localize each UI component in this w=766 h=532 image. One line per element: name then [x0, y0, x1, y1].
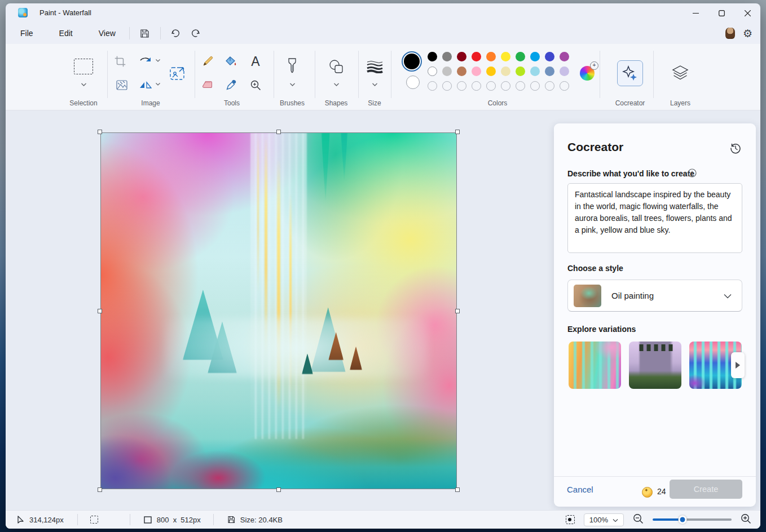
color-picker-tool[interactable] — [226, 80, 237, 91]
color-swatch-empty[interactable] — [442, 81, 452, 91]
resize-image-button[interactable] — [170, 66, 186, 81]
color-swatch-empty[interactable] — [560, 81, 569, 91]
next-variations-button[interactable] — [731, 352, 745, 378]
color-swatch[interactable] — [428, 52, 437, 61]
color-swatch[interactable] — [457, 66, 466, 76]
color-swatch[interactable] — [486, 66, 496, 76]
color-swatch[interactable] — [545, 66, 554, 76]
color-swatch[interactable] — [472, 52, 481, 61]
selection-handle-bottom-left[interactable] — [98, 487, 102, 492]
flip-button[interactable] — [139, 81, 152, 90]
flip-dropdown-chevron[interactable] — [156, 83, 161, 88]
maximize-button[interactable] — [708, 3, 734, 23]
foreground-color-selected[interactable] — [403, 52, 421, 70]
color-swatch-empty[interactable] — [486, 81, 496, 91]
color-swatch[interactable] — [501, 66, 510, 76]
file-size-value: Size: 20.4KB — [240, 516, 283, 524]
redo-icon — [190, 29, 200, 38]
color-swatch[interactable] — [516, 52, 525, 61]
magnifier-icon — [250, 80, 261, 91]
color-swatch[interactable] — [457, 52, 466, 61]
color-swatch-empty[interactable] — [428, 81, 437, 91]
color-swatch[interactable] — [530, 66, 540, 76]
layers-button[interactable] — [672, 65, 689, 81]
selection-handle-top-left[interactable] — [98, 130, 102, 134]
user-avatar[interactable] — [725, 28, 735, 39]
fit-to-screen-button[interactable] — [566, 515, 575, 524]
style-thumbnail — [574, 285, 601, 307]
selection-dropdown-chevron[interactable] — [81, 83, 86, 88]
color-swatch[interactable] — [516, 66, 525, 76]
brushes-dropdown-chevron[interactable] — [290, 83, 295, 88]
save-button[interactable] — [135, 25, 155, 42]
color-swatch[interactable] — [472, 66, 481, 76]
aurora-spike — [322, 133, 330, 203]
canvas-selection[interactable] — [100, 132, 457, 489]
color-swatch-empty[interactable] — [457, 81, 466, 91]
selection-handle-mid-right[interactable] — [455, 309, 460, 313]
background-color-selected[interactable] — [406, 76, 420, 89]
color-swatch[interactable] — [486, 52, 496, 61]
crop-button[interactable] — [115, 56, 126, 67]
selection-tool[interactable] — [74, 59, 93, 74]
size-dropdown-chevron[interactable] — [372, 83, 377, 88]
close-button[interactable] — [734, 3, 760, 23]
rotate-button[interactable] — [139, 57, 152, 66]
color-swatch[interactable] — [442, 66, 452, 76]
color-swatch[interactable] — [530, 52, 540, 61]
selection-handle-top-right[interactable] — [455, 130, 460, 134]
color-swatch[interactable] — [501, 52, 510, 61]
cocreator-button[interactable] — [617, 60, 643, 86]
remove-background-button[interactable] — [116, 80, 127, 90]
color-swatch-empty[interactable] — [472, 81, 481, 91]
fill-tool[interactable] — [225, 56, 237, 67]
color-swatch[interactable] — [560, 66, 569, 76]
variation-thumbnail-1[interactable] — [569, 342, 621, 389]
prompt-textarea[interactable] — [567, 183, 742, 253]
color-swatch-empty[interactable] — [501, 81, 510, 91]
create-button[interactable]: Create — [670, 480, 742, 499]
undo-button[interactable] — [166, 25, 186, 42]
menu-file[interactable]: File — [12, 25, 41, 41]
style-dropdown[interactable]: Oil painting — [567, 280, 742, 312]
zoom-out-button[interactable] — [633, 513, 644, 526]
size-button[interactable] — [366, 60, 383, 73]
color-swatch[interactable] — [545, 52, 554, 61]
brushes-button[interactable] — [288, 58, 297, 75]
selection-handle-bottom-right[interactable] — [455, 487, 460, 492]
magnifier-tool[interactable] — [250, 80, 261, 91]
color-swatch[interactable] — [560, 52, 569, 61]
color-swatch-empty[interactable] — [545, 81, 554, 91]
info-icon[interactable] — [688, 169, 697, 180]
shapes-dropdown-chevron[interactable] — [334, 83, 339, 88]
history-button[interactable] — [730, 143, 741, 156]
pencil-tool[interactable] — [202, 56, 213, 67]
redo-button[interactable] — [186, 25, 205, 42]
selection-handle-top-center[interactable] — [276, 130, 281, 134]
variation-thumbnail-2[interactable] — [629, 342, 681, 389]
rotate-dropdown-chevron[interactable] — [156, 59, 161, 64]
color-swatch-empty[interactable] — [530, 81, 540, 91]
edit-colors-button[interactable] — [580, 66, 595, 81]
zoom-slider[interactable] — [653, 518, 732, 521]
zoom-in-button[interactable] — [741, 513, 751, 526]
selection-handle-mid-left[interactable] — [98, 309, 102, 313]
color-swatch-empty[interactable] — [516, 81, 525, 91]
color-swatch[interactable] — [428, 66, 437, 76]
selection-handle-bottom-center[interactable] — [276, 487, 281, 492]
zoom-level-dropdown[interactable]: 100% — [584, 513, 624, 526]
eraser-tool[interactable] — [202, 81, 214, 90]
menu-edit[interactable]: Edit — [51, 25, 81, 41]
menu-view[interactable]: View — [91, 25, 124, 41]
zoom-slider-thumb[interactable] — [679, 516, 687, 524]
cancel-button[interactable]: Cancel — [567, 485, 593, 494]
divider — [213, 514, 214, 525]
canvas-image[interactable] — [100, 132, 457, 489]
group-label-tools: Tools — [198, 99, 266, 107]
shapes-button[interactable] — [328, 59, 344, 74]
minimize-button[interactable] — [683, 3, 708, 23]
color-swatch[interactable] — [442, 52, 452, 61]
cursor-position-value: 314,124px — [29, 516, 64, 524]
settings-gear-icon[interactable]: ⚙ — [743, 28, 752, 39]
text-tool[interactable]: A — [251, 54, 259, 69]
